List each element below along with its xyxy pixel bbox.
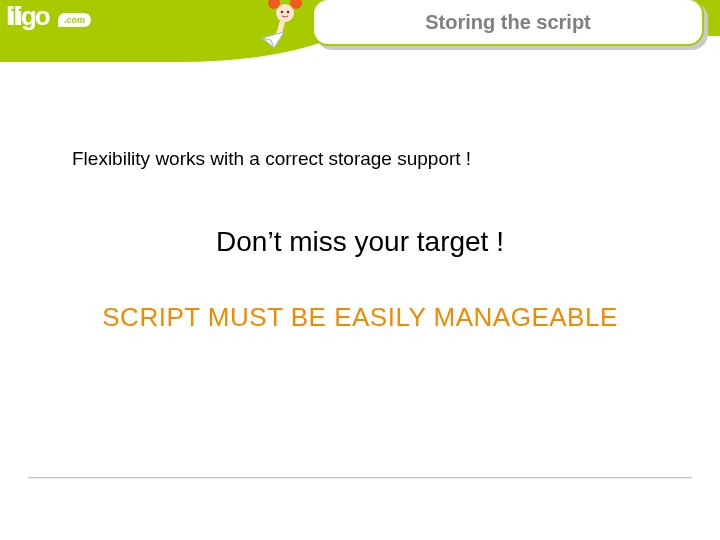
svg-point-3 <box>281 11 284 14</box>
svg-point-4 <box>287 11 290 14</box>
mascot-icon <box>260 0 310 56</box>
top-banner: liligo .com Storing the <box>0 0 720 62</box>
title-capsule: Storing the script <box>312 0 704 46</box>
brand-suffix: .com <box>58 13 91 27</box>
body-line-2: Don’t miss your target ! <box>0 226 720 258</box>
body-line-1: Flexibility works with a correct storage… <box>72 148 471 170</box>
brand-name: liligo <box>6 1 54 31</box>
slide: liligo .com Storing the <box>0 0 720 540</box>
brand-logo: liligo .com <box>6 4 124 44</box>
footer-rule-light <box>28 478 692 479</box>
slide-title: Storing the script <box>425 11 591 34</box>
svg-point-2 <box>276 4 294 22</box>
body-line-3: SCRIPT MUST BE EASILY MANAGEABLE <box>0 302 720 333</box>
